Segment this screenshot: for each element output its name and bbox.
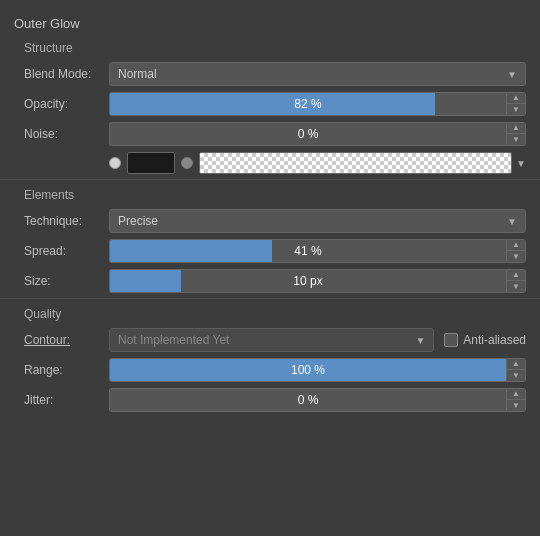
technique-dropdown[interactable]: Precise ▼ — [109, 209, 526, 233]
gradient-dropdown-arrow-icon: ▼ — [516, 158, 526, 169]
size-control: 10 px ▲ ▼ — [109, 269, 526, 293]
blend-mode-dropdown[interactable]: Normal ▼ — [109, 62, 526, 86]
spread-value: 41 % — [294, 244, 321, 258]
range-increment-button[interactable]: ▲ — [507, 359, 525, 370]
structure-section-title: Structure — [0, 35, 540, 59]
contour-arrow-icon: ▼ — [415, 335, 425, 346]
contour-label: Contour: — [24, 333, 109, 347]
opacity-label: Opacity: — [24, 97, 109, 111]
outer-glow-panel: Outer Glow Structure Blend Mode: Normal … — [0, 0, 540, 536]
jitter-spinner: 0 % ▲ ▼ — [109, 388, 526, 412]
size-value: 10 px — [293, 274, 322, 288]
jitter-value: 0 % — [298, 393, 319, 407]
gradient-swatch[interactable] — [199, 152, 512, 174]
anti-aliased-checkbox[interactable] — [444, 333, 458, 347]
opacity-bar — [110, 93, 435, 115]
anti-aliased-label[interactable]: Anti-aliased — [444, 333, 526, 347]
spread-decrement-button[interactable]: ▼ — [507, 251, 525, 262]
color-dot-gray[interactable] — [181, 157, 193, 169]
noise-spinner-buttons: ▲ ▼ — [506, 122, 526, 146]
size-spinner: 10 px ▲ ▼ — [109, 269, 526, 293]
size-bar — [110, 270, 181, 292]
range-spinner: 100 % ▲ ▼ — [109, 358, 526, 382]
noise-control: 0 % ▲ ▼ — [109, 122, 526, 146]
blend-mode-row: Blend Mode: Normal ▼ — [0, 59, 540, 89]
size-row: Size: 10 px ▲ ▼ — [0, 266, 540, 296]
size-increment-button[interactable]: ▲ — [507, 270, 525, 281]
spread-label: Spread: — [24, 244, 109, 258]
gradient-inner — [200, 153, 511, 173]
jitter-spinner-buttons: ▲ ▼ — [506, 388, 526, 412]
noise-value: 0 % — [298, 127, 319, 141]
divider-1 — [0, 179, 540, 180]
blend-mode-arrow-icon: ▼ — [507, 69, 517, 80]
opacity-row: Opacity: 82 % ▲ ▼ — [0, 89, 540, 119]
noise-label: Noise: — [24, 127, 109, 141]
divider-2 — [0, 298, 540, 299]
noise-spinner: 0 % ▲ ▼ — [109, 122, 526, 146]
jitter-field[interactable]: 0 % — [109, 388, 506, 412]
opacity-spinner: 82 % ▲ ▼ — [109, 92, 526, 116]
range-row: Range: 100 % ▲ ▼ — [0, 355, 540, 385]
noise-field[interactable]: 0 % — [109, 122, 506, 146]
range-spinner-buttons: ▲ ▼ — [506, 358, 526, 382]
jitter-label: Jitter: — [24, 393, 109, 407]
size-label: Size: — [24, 274, 109, 288]
range-value: 100 % — [291, 363, 325, 377]
noise-decrement-button[interactable]: ▼ — [507, 134, 525, 145]
contour-value: Not Implemented Yet — [118, 333, 411, 347]
jitter-row: Jitter: 0 % ▲ ▼ — [0, 385, 540, 415]
technique-row: Technique: Precise ▼ — [0, 206, 540, 236]
anti-aliased-text: Anti-aliased — [463, 333, 526, 347]
size-decrement-button[interactable]: ▼ — [507, 281, 525, 292]
spread-spinner-buttons: ▲ ▼ — [506, 239, 526, 263]
color-dot-white[interactable] — [109, 157, 121, 169]
range-label: Range: — [24, 363, 109, 377]
range-decrement-button[interactable]: ▼ — [507, 370, 525, 381]
technique-control: Precise ▼ — [109, 209, 526, 233]
range-control: 100 % ▲ ▼ — [109, 358, 526, 382]
color-row: ▼ — [0, 149, 540, 177]
blend-mode-value: Normal — [118, 67, 503, 81]
spread-control: 41 % ▲ ▼ — [109, 239, 526, 263]
opacity-decrement-button[interactable]: ▼ — [507, 104, 525, 115]
blend-mode-control: Normal ▼ — [109, 62, 526, 86]
opacity-value: 82 % — [294, 97, 321, 111]
opacity-spinner-buttons: ▲ ▼ — [506, 92, 526, 116]
spread-field[interactable]: 41 % — [109, 239, 506, 263]
quality-section-title: Quality — [0, 301, 540, 325]
technique-value: Precise — [118, 214, 503, 228]
blend-mode-label: Blend Mode: — [24, 67, 109, 81]
opacity-field[interactable]: 82 % — [109, 92, 506, 116]
jitter-control: 0 % ▲ ▼ — [109, 388, 526, 412]
size-spinner-buttons: ▲ ▼ — [506, 269, 526, 293]
spread-increment-button[interactable]: ▲ — [507, 240, 525, 251]
elements-section-title: Elements — [0, 182, 540, 206]
spread-spinner: 41 % ▲ ▼ — [109, 239, 526, 263]
technique-label: Technique: — [24, 214, 109, 228]
technique-arrow-icon: ▼ — [507, 216, 517, 227]
jitter-increment-button[interactable]: ▲ — [507, 389, 525, 400]
opacity-control: 82 % ▲ ▼ — [109, 92, 526, 116]
jitter-decrement-button[interactable]: ▼ — [507, 400, 525, 411]
range-field[interactable]: 100 % — [109, 358, 506, 382]
contour-row: Contour: Not Implemented Yet ▼ Anti-alia… — [0, 325, 540, 355]
noise-row: Noise: 0 % ▲ ▼ — [0, 119, 540, 149]
opacity-increment-button[interactable]: ▲ — [507, 93, 525, 104]
spread-row: Spread: 41 % ▲ ▼ — [0, 236, 540, 266]
spread-bar — [110, 240, 272, 262]
size-field[interactable]: 10 px — [109, 269, 506, 293]
color-swatch[interactable] — [127, 152, 175, 174]
noise-increment-button[interactable]: ▲ — [507, 123, 525, 134]
panel-title: Outer Glow — [0, 10, 540, 35]
contour-dropdown[interactable]: Not Implemented Yet ▼ — [109, 328, 434, 352]
